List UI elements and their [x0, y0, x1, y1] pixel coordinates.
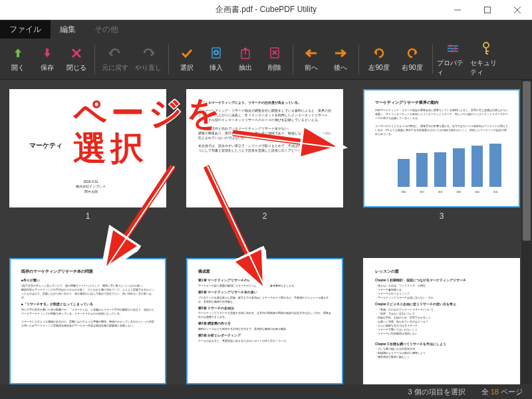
page-number: 2 — [263, 211, 267, 221]
arrow-right-icon — [334, 46, 347, 61]
open-button[interactable]: 開く — [4, 41, 32, 78]
chart: 201020112012201320142015 — [388, 140, 501, 194]
page-number: 3 — [440, 211, 444, 221]
insert-button[interactable]: 挿入 — [202, 41, 230, 78]
undo-icon — [108, 46, 122, 61]
page-thumbnail[interactable]: デジタルマーケティングにより、リサーチの注目度が高まっている。 日本マーケティン… — [186, 89, 343, 221]
page-number: 1 — [86, 211, 90, 221]
page-thumbnail[interactable]: レッスンの案 Chapter 1 初期検討・仮説につながるマーケティングリサーチ… — [363, 258, 520, 384]
security-button[interactable]: セキュリティ — [470, 41, 502, 78]
open-icon — [11, 46, 25, 61]
separator — [358, 45, 359, 74]
rotate-left-icon — [372, 46, 386, 61]
window-title: 企画書.pdf - CubePDF Utility — [90, 4, 442, 15]
page3-title: マーケティングリサーチ業界の動向 — [375, 100, 508, 106]
select-button[interactable]: 選択 — [173, 41, 201, 78]
scrollbar-thumb[interactable] — [523, 81, 531, 241]
key-icon — [479, 41, 493, 56]
close-button[interactable] — [502, 0, 532, 20]
chart-bar — [416, 153, 428, 187]
page4-title: 既存のマーケティングリサーチ本の問題 — [21, 269, 154, 275]
chart-bar — [398, 159, 410, 187]
save-button[interactable]: 保存 — [33, 41, 61, 78]
page-thumbnail-selected[interactable]: 既存のマーケティングリサーチ本の問題 ■作りが重い 1色で文字がずらっと並んでい… — [9, 258, 166, 384]
separator — [168, 45, 169, 74]
toolbar: 開く 保存 閉じる 元に戻す やり直し 選択 挿入 抽出 削除 前へ 後へ 左9… — [0, 39, 532, 80]
thumbnail-area[interactable]: マーケティ 2019.3.31 株式会社インプレス 田中太郎 1 デジタルマーケ… — [0, 80, 532, 384]
status-selected: 3 個の項目を選択 — [408, 387, 465, 397]
chart-bar — [453, 148, 465, 187]
chart-bar — [434, 152, 446, 188]
svg-rect-1 — [484, 7, 490, 13]
chart-bar — [489, 144, 501, 187]
extract-button[interactable]: 抽出 — [231, 41, 259, 78]
separator — [432, 45, 433, 74]
statusbar: 3 個の項目を選択 全 18 ページ — [0, 384, 532, 399]
rotate-right-button[interactable]: 右90度 — [396, 41, 428, 78]
undo-button[interactable]: 元に戻す — [99, 41, 131, 78]
page3-text: 日本マーケティング・リサーチ協会が調査会社に調査をしている資料によると、業界の売… — [375, 108, 508, 136]
save-icon — [41, 46, 54, 61]
check-icon — [180, 46, 194, 61]
page1-title: マーケティ — [29, 141, 63, 150]
property-button[interactable]: プロパティ — [437, 41, 469, 78]
minimize-button[interactable] — [442, 0, 472, 20]
scrollbar[interactable] — [521, 80, 532, 384]
status-total: 全 18 ページ — [481, 387, 523, 397]
titlebar: 企画書.pdf - CubePDF Utility — [0, 0, 532, 20]
page1-meta: 2019.3.31 株式会社インプレス 田中太郎 — [76, 180, 106, 195]
svg-point-19 — [451, 50, 454, 53]
page-thumbnail[interactable]: マーケティ 2019.3.31 株式会社インプレス 田中太郎 1 — [9, 89, 166, 221]
svg-point-20 — [483, 43, 489, 48]
next-button[interactable]: 後へ — [327, 41, 354, 78]
arrow-left-icon — [305, 46, 318, 61]
menubar: ファイル 編集 その他 — [0, 20, 532, 39]
separator — [94, 45, 95, 74]
page-thumbnail-selected[interactable]: 構成案 第1章 マーケティングリサーチの手法 マーケターが扱う課題の解消にリサー… — [186, 258, 343, 384]
delete-icon — [268, 46, 281, 61]
redo-button[interactable]: やり直し — [132, 41, 164, 78]
extract-icon — [239, 46, 252, 61]
separator — [293, 45, 293, 74]
delete-button[interactable]: 削除 — [261, 41, 289, 78]
rotate-right-icon — [406, 46, 419, 61]
svg-point-17 — [449, 45, 452, 47]
menu-other[interactable]: その他 — [85, 20, 128, 39]
prev-button[interactable]: 前へ — [297, 41, 325, 78]
rotate-left-button[interactable]: 左90度 — [363, 41, 395, 78]
close-file-button[interactable]: 閉じる — [63, 41, 90, 78]
sliders-icon — [446, 41, 460, 56]
maximize-button[interactable] — [472, 0, 502, 20]
close-icon — [70, 46, 83, 61]
page6-title: レッスンの案 — [375, 269, 508, 275]
page-thumbnail-selected[interactable]: マーケティングリサーチ業界の動向 日本マーケティング・リサーチ協会が調査会社に調… — [363, 89, 520, 221]
svg-point-18 — [454, 47, 457, 50]
page5-title: 構成案 — [198, 269, 331, 275]
redo-icon — [142, 46, 155, 61]
window-controls — [442, 0, 532, 20]
menu-edit[interactable]: 編集 — [51, 20, 85, 39]
chart-bar — [471, 146, 483, 187]
menu-file[interactable]: ファイル — [0, 20, 51, 39]
insert-icon — [209, 46, 223, 61]
